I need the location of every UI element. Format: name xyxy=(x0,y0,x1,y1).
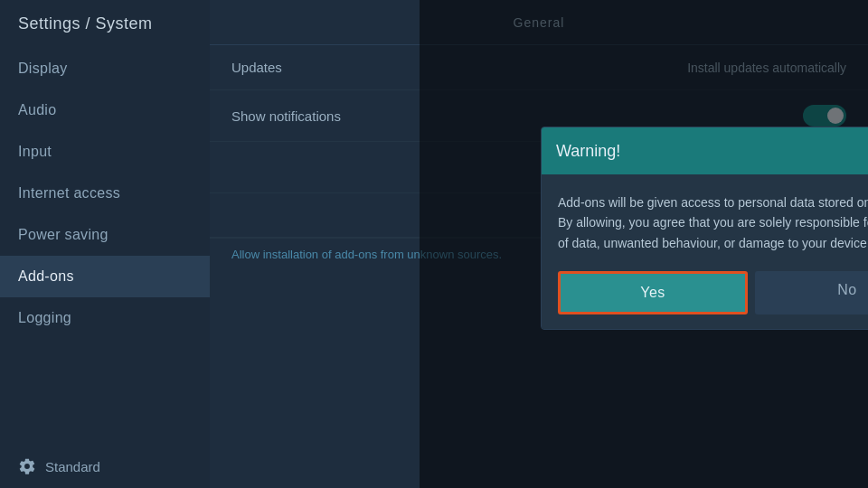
sidebar-item-power-saving[interactable]: Power saving xyxy=(0,214,210,256)
dialog-title: Warning! xyxy=(556,142,620,161)
main-content: General Updates Install updates automati… xyxy=(210,0,868,488)
sidebar-item-label: Internet access xyxy=(18,185,120,201)
sidebar-footer: Standard xyxy=(0,445,210,488)
dialog-buttons: Yes No xyxy=(558,271,868,314)
sidebar-item-logging[interactable]: Logging xyxy=(0,297,210,339)
dialog-body: Add-ons will be given access to personal… xyxy=(542,174,868,329)
sidebar-item-audio[interactable]: Audio xyxy=(0,89,210,131)
sidebar-item-label: Logging xyxy=(18,310,71,325)
dialog-overlay: Warning! K Add-ons will be given access … xyxy=(420,0,868,488)
gear-icon xyxy=(18,457,36,475)
warning-dialog: Warning! K Add-ons will be given access … xyxy=(541,127,868,330)
sidebar: Settings / System Display Audio Input In… xyxy=(0,0,210,488)
sidebar-item-display[interactable]: Display xyxy=(0,48,210,89)
notifications-label: Show notifications xyxy=(231,108,341,124)
no-button[interactable]: No xyxy=(755,271,868,314)
sidebar-item-label: Audio xyxy=(18,102,56,117)
sidebar-item-internet-access[interactable]: Internet access xyxy=(0,173,210,214)
sidebar-item-label: Display xyxy=(18,61,68,76)
settings-title: Settings / System xyxy=(0,0,210,48)
dialog-header: Warning! K xyxy=(542,127,868,174)
profile-label: Standard xyxy=(45,459,100,474)
sidebar-item-label: Input xyxy=(18,144,52,159)
sidebar-item-label: Power saving xyxy=(18,227,108,242)
sidebar-item-label: Add-ons xyxy=(18,268,74,284)
updates-label: Updates xyxy=(231,60,282,75)
sidebar-item-addons[interactable]: Add-ons xyxy=(0,256,210,297)
dialog-message: Add-ons will be given access to personal… xyxy=(558,192,868,253)
yes-button[interactable]: Yes xyxy=(558,271,748,314)
sidebar-item-input[interactable]: Input xyxy=(0,131,210,173)
